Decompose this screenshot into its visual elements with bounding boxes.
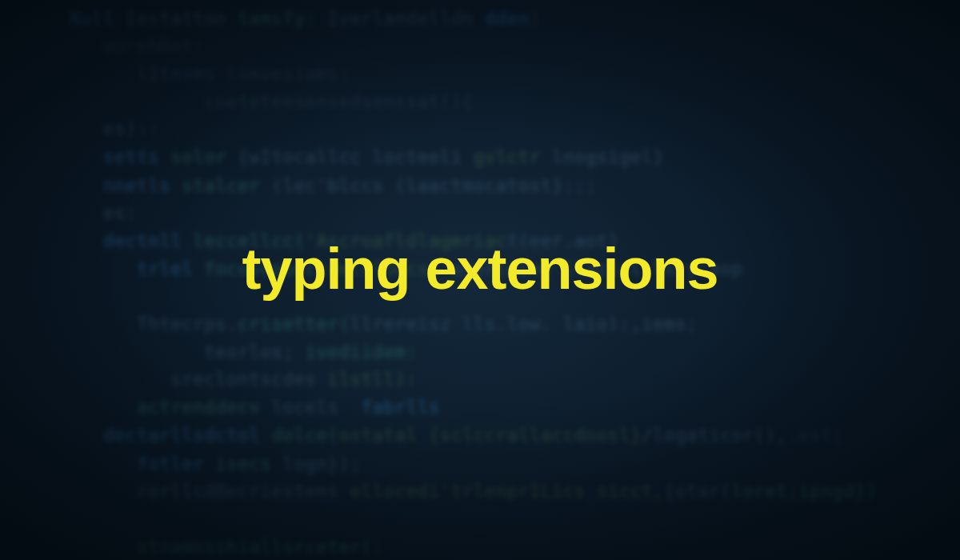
code-line: worehDot: <box>70 33 960 61</box>
code-line <box>70 506 960 534</box>
code-line: fotler isecs logn}); <box>70 450 960 478</box>
code-line: teorlos; ivediidem: <box>70 338 960 366</box>
code-line: actrenddecv locels fabrlls <box>70 394 960 422</box>
code-line: lItesms (omvesioms: <box>70 61 960 89</box>
code-line: coeteteesensedsenssat(){ <box>70 88 960 116</box>
code-line: sreclontscdes ilstll): <box>70 366 960 394</box>
code-line: nnetls stalcer (lec'blccs (laactmocatost… <box>70 172 960 200</box>
code-line: es: <box>70 200 960 228</box>
code-line: dectarllsdctol dolce(ostatal {sclccralla… <box>70 422 960 450</box>
headline-text: typing extensions <box>0 236 960 302</box>
code-line: rerllcdBecriestens ellocedi'trlenprILics… <box>70 478 960 506</box>
code-line: setts solor {wItocallcc locteeli gvlctr … <box>70 144 960 172</box>
code-line: Thtecrps.crisetter(llrereisz lls.low. la… <box>70 311 960 339</box>
code-line: xtnamnsshiallsrceter(: <box>70 534 960 560</box>
code-line: es):: <box>70 116 960 144</box>
code-line: Null Iestatton tamsfy: Iverlandelldn dde… <box>70 5 960 33</box>
